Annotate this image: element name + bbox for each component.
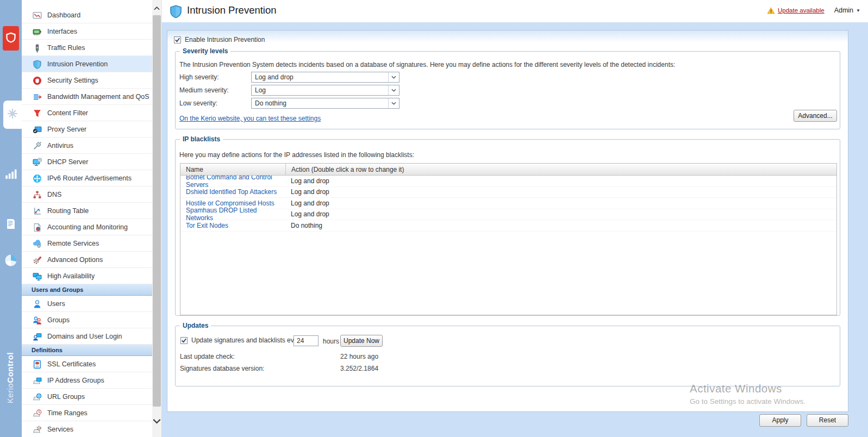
kerio-logo[interactable] — [3, 26, 19, 51]
main-header: Intrusion Prevention Update available Ad… — [161, 0, 868, 22]
sidebar-item-bandwidth-management-and-qos[interactable]: Bandwidth Management and QoS — [22, 89, 152, 105]
medium-severity-select[interactable]: Log — [251, 85, 399, 96]
sidebar-item-label: DNS — [47, 191, 61, 198]
enable-intrusion-prevention-row: Enable Intrusion Prevention — [174, 36, 265, 43]
advanced-button[interactable]: Advanced... — [794, 110, 837, 122]
severity-levels-fieldset: Severity levels The Intrusion Prevention… — [175, 51, 840, 129]
sidebar-item-services[interactable]: Services — [22, 421, 152, 437]
column-header-name[interactable]: Name — [180, 166, 285, 173]
update-now-button[interactable]: Update Now — [340, 335, 383, 347]
sidebar-item-traffic-rules[interactable]: Traffic Rules — [22, 40, 152, 56]
configuration-icon — [6, 107, 19, 122]
auto-update-checkbox[interactable] — [180, 337, 188, 344]
rail-item-configuration[interactable] — [3, 101, 22, 129]
column-header-action[interactable]: Action (Double click a row to change it) — [285, 164, 404, 175]
blacklist-action: Log and drop — [285, 210, 329, 218]
blacklist-row-spamhaus-drop-listed-networks[interactable]: Spamhaus DROP Listed NetworksLog and dro… — [180, 209, 836, 221]
security-settings-icon — [33, 76, 42, 85]
sidebar-item-label: Security Settings — [47, 77, 98, 84]
sidebar-item-accounting-and-monitoring[interactable]: Accounting and Monitoring — [22, 219, 152, 235]
url-groups-icon — [33, 392, 42, 402]
sidebar-item-ipv6-router-advertisements[interactable]: IPv6 Router Advertisements — [22, 170, 152, 186]
accounting-icon — [33, 223, 42, 232]
sidebar-item-groups[interactable]: Groups — [22, 312, 152, 328]
apply-button[interactable]: Apply — [759, 414, 801, 427]
scrollbar-up-arrow-icon[interactable] — [152, 3, 161, 13]
proxy-server-icon — [33, 125, 42, 134]
sidebar-item-label: Accounting and Monitoring — [47, 223, 128, 231]
rail-item-logs[interactable] — [0, 211, 22, 239]
rail-item-cloud[interactable] — [0, 247, 22, 276]
sidebar-item-dns[interactable]: DNS — [22, 186, 152, 203]
blacklist-action: Log and drop — [285, 188, 329, 196]
blacklist-name[interactable]: Dshield Identified Top Attackers — [180, 188, 285, 196]
routing-table-icon — [33, 207, 42, 216]
sidebar-item-dashboard[interactable]: Dashboard — [22, 7, 152, 23]
low-severity-select[interactable]: Do nothing — [251, 98, 399, 109]
sidebar-item-ip-address-groups[interactable]: IP Address Groups — [22, 372, 152, 389]
sidebar-item-users[interactable]: Users — [22, 296, 152, 312]
sidebar-item-time-ranges[interactable]: Time Ranges — [22, 405, 152, 421]
sidebar-item-routing-table[interactable]: Routing Table — [22, 203, 152, 219]
sidebar-item-label: Antivirus — [47, 142, 73, 149]
chevron-down-icon — [388, 85, 399, 95]
update-interval-input[interactable] — [294, 335, 319, 346]
sidebar-item-label: Intrusion Prevention — [47, 60, 108, 68]
sidebar-item-domains-and-user-login[interactable]: Domains and User Login — [22, 328, 152, 345]
blacklists-description: Here you may define actions for the IP a… — [179, 151, 414, 159]
blacklist-name[interactable]: Tor Exit Nodes — [180, 222, 285, 229]
caret-down-icon: ▼ — [856, 8, 860, 13]
sidebar-item-url-groups[interactable]: URL Groups — [22, 389, 152, 405]
reset-button[interactable]: Reset — [807, 414, 848, 427]
services-icon — [33, 425, 42, 434]
kerio-test-settings-link[interactable]: On the Kerio website, you can test these… — [179, 115, 321, 122]
left-rail: KerioControl — [0, 0, 22, 437]
logs-icon — [5, 218, 17, 232]
brand-vertical-label: KerioControl — [5, 337, 16, 419]
sidebar-item-security-settings[interactable]: Security Settings — [22, 72, 152, 89]
sidebar-item-ssl-certificates[interactable]: SSL Certificates — [22, 356, 152, 372]
scrollbar-thumb[interactable] — [153, 15, 161, 407]
sidebar-item-proxy-server[interactable]: Proxy Server — [22, 121, 152, 138]
scrollbar-down-arrow-icon[interactable] — [152, 416, 161, 426]
blacklist-row-tor-exit-nodes[interactable]: Tor Exit NodesDo nothing — [180, 220, 836, 232]
bandwidth-icon — [33, 92, 42, 102]
ip-blacklists-fieldset: IP blacklists Here you may define action… — [175, 139, 840, 316]
rail-item-statistics[interactable] — [0, 161, 22, 189]
medium-severity-value: Log — [252, 86, 388, 94]
hours-unit-label: hours — [323, 338, 339, 345]
sidebar-item-intrusion-prevention[interactable]: Intrusion Prevention — [22, 56, 152, 72]
sidebar-nav: DashboardInterfacesTraffic RulesIntrusio… — [22, 7, 152, 437]
update-available-label: Update available — [778, 7, 825, 14]
sidebar-item-label: URL Groups — [47, 393, 85, 401]
blacklist-row-dshield-identified-top-attackers[interactable]: Dshield Identified Top AttackersLog and … — [180, 187, 836, 198]
header-right: Update available Admin ▼ — [767, 7, 860, 14]
high-severity-select[interactable]: Log and drop — [251, 72, 399, 83]
blacklist-row-botnet-command-and-control-servers[interactable]: Botnet Command and Control ServersLog an… — [180, 176, 836, 187]
sidebar-item-interfaces[interactable]: Interfaces — [22, 23, 152, 40]
advanced-options-icon — [33, 255, 42, 265]
admin-menu[interactable]: Admin ▼ — [834, 7, 860, 14]
sidebar-item-antivirus[interactable]: Antivirus — [22, 138, 152, 154]
sidebar-item-label: Content Filter — [47, 109, 88, 117]
content-area: Enable Intrusion Prevention Severity lev… — [161, 22, 868, 437]
enable-intrusion-prevention-checkbox[interactable] — [174, 36, 181, 43]
time-ranges-icon — [33, 409, 42, 418]
sidebar-item-label: Time Ranges — [47, 409, 88, 417]
sidebar-scrollbar[interactable] — [152, 0, 161, 437]
update-available-link[interactable]: Update available — [767, 7, 825, 14]
last-update-check-label: Last update check: — [180, 353, 235, 360]
db-version-value: 3.252/2.1864 — [340, 365, 378, 372]
sidebar-item-label: Users — [47, 300, 65, 308]
sidebar-item-remote-services[interactable]: Remote Services — [22, 235, 152, 252]
sidebar-item-dhcp-server[interactable]: DHCP Server — [22, 154, 152, 170]
sidebar-item-advanced-options[interactable]: Advanced Options — [22, 252, 152, 268]
cloud-icon — [4, 254, 17, 269]
blacklist-name[interactable]: Spamhaus DROP Listed Networks — [180, 207, 285, 222]
blacklist-name[interactable]: Hostile or Compromised Hosts — [180, 199, 285, 207]
sidebar-item-high-availability[interactable]: High Availability — [22, 268, 152, 284]
traffic-rules-icon — [33, 43, 42, 53]
sidebar-item-content-filter[interactable]: Content Filter — [22, 105, 152, 121]
sidebar-item-label: IP Address Groups — [47, 377, 104, 384]
users-icon — [33, 299, 42, 309]
